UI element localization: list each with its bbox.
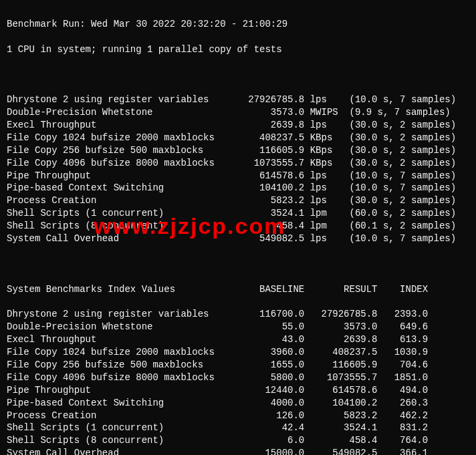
index-row: Double-Precision Whetstone 55.0 3573.0 6…	[7, 321, 469, 333]
index-row: File Copy 4096 bufsize 8000 maxblocks 58…	[7, 371, 469, 384]
test-result-line: Dhrystone 2 using register variables 279…	[7, 94, 469, 106]
test-result-line: Double-Precision Whetstone 3573.0 MWIPS …	[7, 106, 469, 119]
test-result-line: System Call Overhead 549082.5 lps (10.0 …	[7, 233, 469, 245]
cpu-info-line: 1 CPU in system; running 1 parallel copy…	[7, 43, 469, 56]
test-result-line: File Copy 1024 bufsize 2000 maxblocks 40…	[7, 132, 469, 144]
index-row: File Copy 256 bufsize 500 maxblocks 1655…	[7, 359, 469, 371]
index-row: File Copy 1024 bufsize 2000 maxblocks 39…	[7, 346, 469, 359]
test-result-line: File Copy 256 bufsize 500 maxblocks 1166…	[7, 144, 469, 157]
test-result-line: Shell Scripts (8 concurrent) 458.4 lpm (…	[7, 220, 469, 233]
index-row: Pipe-based Context Switching 4000.0 1041…	[7, 397, 469, 410]
terminal-output: Benchmark Run: Wed Mar 30 2022 20:32:20 …	[0, 0, 476, 455]
index-row: Shell Scripts (8 concurrent) 6.0 458.4 7…	[7, 434, 469, 447]
blank-line	[7, 258, 469, 271]
test-result-line: Pipe-based Context Switching 104100.2 lp…	[7, 182, 469, 194]
benchmark-run-header: Benchmark Run: Wed Mar 30 2022 20:32:20 …	[7, 18, 469, 31]
index-row: Process Creation 126.0 5823.2 462.2	[7, 410, 469, 422]
index-header-row: System Benchmarks Index Values BASELINE …	[7, 283, 469, 296]
index-row: Shell Scripts (1 concurrent) 42.4 3524.1…	[7, 422, 469, 434]
test-result-line: Execl Throughput 2639.8 lps (30.0 s, 2 s…	[7, 119, 469, 132]
blank-line	[7, 68, 469, 81]
index-row: Pipe Throughput 12440.0 614578.6 494.0	[7, 384, 469, 397]
test-result-line: File Copy 4096 bufsize 8000 maxblocks 10…	[7, 157, 469, 170]
test-result-line: Pipe Throughput 614578.6 lps (10.0 s, 7 …	[7, 170, 469, 182]
index-row: Execl Throughput 43.0 2639.8 613.9	[7, 333, 469, 346]
test-result-line: Process Creation 5823.2 lps (30.0 s, 2 s…	[7, 194, 469, 207]
test-result-line: Shell Scripts (1 concurrent) 3524.1 lpm …	[7, 207, 469, 220]
tests-block: Dhrystone 2 using register variables 279…	[7, 94, 469, 245]
index-rows-block: Dhrystone 2 using register variables 116…	[7, 308, 469, 455]
index-row: Dhrystone 2 using register variables 116…	[7, 308, 469, 321]
index-row: System Call Overhead 15000.0 549082.5 36…	[7, 447, 469, 455]
